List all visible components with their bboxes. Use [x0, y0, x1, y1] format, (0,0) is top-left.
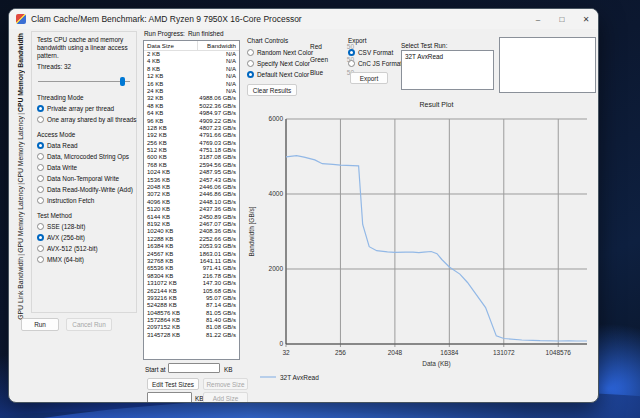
radio-selected-icon[interactable] — [37, 105, 44, 112]
access-mode-option-data-write[interactable]: Data Write — [37, 164, 132, 171]
table-row[interactable]: 12288 KB2252.66 GB/s — [144, 236, 239, 243]
table-row[interactable]: 5120 KB2437.36 GB/s — [144, 206, 239, 213]
table-row[interactable]: 16 KBN/A — [144, 81, 239, 88]
chart-color-option-random-next-color[interactable]: Random Next Color — [247, 49, 309, 56]
cell-bandwidth: 81.08 GB/s — [198, 324, 239, 331]
table-row[interactable]: 128 KB4807.23 GB/s — [144, 125, 239, 132]
threading-mode-group: Threading ModePrivate array per threadOn… — [37, 94, 132, 123]
results-list[interactable]: Data Size Bandwidth 2 KBN/A4 KBN/A8 KBN/… — [143, 40, 240, 360]
cancel-run-button[interactable]: Cancel Run — [66, 318, 112, 331]
radio-icon[interactable] — [37, 256, 44, 263]
table-row[interactable]: 131072 KB147.30 GB/s — [144, 280, 239, 287]
table-row[interactable]: 32 KB4988.06 GB/s — [144, 95, 239, 102]
radio-label: Instruction Fetch — [47, 197, 94, 204]
table-row[interactable]: 3145728 KB81.22 GB/s — [144, 332, 239, 339]
table-row[interactable]: 48 KB5022.36 GB/s — [144, 103, 239, 110]
table-row[interactable]: 600 KB3187.08 GB/s — [144, 154, 239, 161]
table-row[interactable]: 64 KB4984.97 GB/s — [144, 110, 239, 117]
test-method-option-avx-512-512-bit-[interactable]: AVX-512 (512-bit) — [37, 245, 132, 252]
access-mode-option-data-read-modify-write-add-[interactable]: Data Read-Modify-Write (Add) — [37, 186, 132, 193]
radio-icon[interactable] — [37, 153, 44, 160]
radio-icon[interactable] — [37, 186, 44, 193]
slider-thumb[interactable] — [120, 77, 125, 86]
test-run-description-box[interactable] — [499, 37, 596, 93]
test-run-listbox[interactable]: 32T AvxRead — [401, 50, 494, 90]
test-run-item[interactable]: 32T AvxRead — [405, 53, 490, 60]
tab-cpu-memory-latency[interactable]: CPU Memory Latency — [16, 116, 26, 182]
table-row[interactable]: 256 KB4769.03 GB/s — [144, 140, 239, 147]
table-row[interactable]: 6144 KB2450.89 GB/s — [144, 214, 239, 221]
table-row[interactable]: 2097152 KB81.08 GB/s — [144, 324, 239, 331]
table-row[interactable]: 1572864 KB81.40 GB/s — [144, 317, 239, 324]
threading-mode-option-private-array-per-thread[interactable]: Private array per thread — [37, 105, 132, 112]
table-row[interactable]: 16384 KB2053.93 GB/s — [144, 243, 239, 250]
radio-icon[interactable] — [348, 60, 355, 67]
table-row[interactable]: 24567 KB1863.01 GB/s — [144, 251, 239, 258]
table-row[interactable]: 1024 KB2487.95 GB/s — [144, 169, 239, 176]
chart-color-option-specify-next-color[interactable]: Specify Next Color — [247, 60, 309, 67]
column-header-bandwidth[interactable]: Bandwidth — [198, 42, 239, 49]
table-row[interactable]: 32768 KB1641.11 GB/s — [144, 258, 239, 265]
settings-panel: Tests CPU cache and memory bandwidth usi… — [31, 31, 137, 313]
test-method-option-mmx-64-bit-[interactable]: MMX (64-bit) — [37, 256, 132, 263]
run-button[interactable]: Run — [21, 318, 59, 331]
table-row[interactable]: 524288 KB87.14 GB/s — [144, 302, 239, 309]
radio-selected-icon[interactable] — [37, 142, 44, 149]
edit-test-sizes-button[interactable]: Edit Test Sizes — [147, 378, 199, 390]
table-row[interactable]: 65536 KB971.41 GB/s — [144, 265, 239, 272]
add-size-button[interactable]: Add Size — [203, 392, 248, 403]
radio-selected-icon[interactable] — [348, 49, 355, 56]
table-row[interactable]: 96 KB4909.22 GB/s — [144, 118, 239, 125]
radio-icon[interactable] — [37, 245, 44, 252]
tab-gpu-link-bandwidth[interactable]: GPU Link Bandwidth — [16, 257, 26, 320]
table-row[interactable]: 24 KBN/A — [144, 88, 239, 95]
table-row[interactable]: 10240 KB2408.36 GB/s — [144, 228, 239, 235]
radio-icon[interactable] — [37, 116, 44, 123]
table-row[interactable]: 98304 KB216.78 GB/s — [144, 273, 239, 280]
test-method-option-avx-256-bit-[interactable]: AVX (256-bit) — [37, 234, 132, 241]
table-row[interactable]: 262144 KB105.68 GB/s — [144, 288, 239, 295]
table-row[interactable]: 12 KBN/A — [144, 73, 239, 80]
start-at-input[interactable] — [168, 363, 220, 373]
tab-gpu-memory-latency[interactable]: GPU Memory Latency — [16, 186, 26, 253]
maximize-icon[interactable]: □ — [550, 9, 574, 29]
access-mode-option-instruction-fetch[interactable]: Instruction Fetch — [37, 197, 132, 204]
table-row[interactable]: 2 KBN/A — [144, 51, 239, 58]
threads-slider[interactable] — [38, 77, 130, 86]
minimize-icon[interactable]: – — [526, 9, 550, 29]
access-mode-option-data-microcoded-string-ops[interactable]: Data, Microcoded String Ops — [37, 153, 132, 160]
column-header-data-size[interactable]: Data Size — [144, 41, 198, 50]
tab-cpu-memory-bandwidth[interactable]: CPU Memory Bandwidth — [16, 33, 26, 112]
export-format-option-csv-format[interactable]: CSV Format — [348, 49, 406, 56]
table-row[interactable]: 512 KB4751.18 GB/s — [144, 147, 239, 154]
radio-icon[interactable] — [247, 49, 254, 56]
radio-icon[interactable] — [37, 197, 44, 204]
chart-color-option-default-next-color[interactable]: Default Next Color — [247, 71, 309, 78]
access-mode-option-data-non-temporal-write[interactable]: Data Non-Temporal Write — [37, 175, 132, 182]
export-format-option-cnc-js-format[interactable]: CnC JS Format — [348, 60, 406, 67]
table-row[interactable]: 8192 KB2467.07 GB/s — [144, 221, 239, 228]
remove-size-button[interactable]: Remove Size — [203, 378, 248, 390]
radio-icon[interactable] — [247, 60, 254, 67]
access-mode-option-data-read[interactable]: Data Read — [37, 142, 132, 149]
table-row[interactable]: 3072 KB2446.86 GB/s — [144, 191, 239, 198]
radio-icon[interactable] — [37, 223, 44, 230]
radio-selected-icon[interactable] — [37, 234, 44, 241]
export-button[interactable]: Export — [350, 72, 388, 84]
add-size-input[interactable] — [147, 392, 192, 403]
table-row[interactable]: 8 KBN/A — [144, 66, 239, 73]
radio-icon[interactable] — [37, 164, 44, 171]
test-method-option-sse-128-bit-[interactable]: SSE (128-bit) — [37, 223, 132, 230]
table-row[interactable]: 1536 KB2457.43 GB/s — [144, 177, 239, 184]
table-row[interactable]: 1048576 KB81.05 GB/s — [144, 310, 239, 317]
table-row[interactable]: 768 KB2594.56 GB/s — [144, 162, 239, 169]
table-row[interactable]: 393216 KB95.07 GB/s — [144, 295, 239, 302]
close-icon[interactable]: ✕ — [574, 9, 598, 29]
radio-selected-icon[interactable] — [247, 71, 254, 78]
table-row[interactable]: 192 KB4791.66 GB/s — [144, 132, 239, 139]
table-row[interactable]: 4 KBN/A — [144, 58, 239, 65]
threading-mode-option-one-array-shared-by-all-threads[interactable]: One array shared by all threads — [37, 116, 132, 123]
table-row[interactable]: 2048 KB2446.06 GB/s — [144, 184, 239, 191]
radio-icon[interactable] — [37, 175, 44, 182]
table-row[interactable]: 4096 KB2448.10 GB/s — [144, 199, 239, 206]
